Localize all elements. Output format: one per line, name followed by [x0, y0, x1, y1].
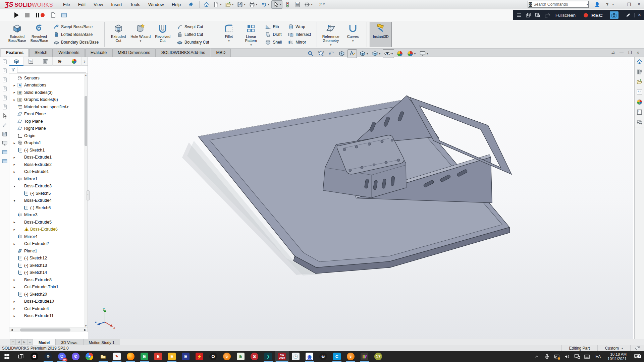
hscroll-right-arrow[interactable]: ▶ — [83, 328, 88, 331]
tab-configuration-manager[interactable] — [38, 57, 53, 66]
tab-feature-tree[interactable] — [9, 57, 24, 66]
filmora-app[interactable]: ❯ — [261, 351, 275, 362]
clock[interactable]: 10:18 AM 10/11/2021 — [605, 352, 629, 361]
tab-features[interactable]: Features — [1, 49, 29, 57]
forum-tab[interactable] — [635, 117, 644, 127]
annotate-pencil-icon[interactable] — [626, 12, 631, 18]
tree-item--sketch13[interactable]: (-) Sketch13 — [9, 262, 84, 269]
menu-tools[interactable]: Tools — [126, 0, 144, 9]
recorder-menu-icon[interactable] — [516, 12, 522, 18]
print-button-dropdown-icon[interactable]: ▾ — [256, 3, 258, 6]
tree-item-boss-extrude6[interactable]: ▸Boss-Extrude6 — [9, 226, 84, 233]
open-button-dropdown-icon[interactable]: ▾ — [232, 3, 234, 6]
search-dropdown-icon[interactable]: ▾ — [585, 3, 589, 6]
expand-arrow[interactable]: ▾ — [12, 184, 17, 188]
tree-item-boss-extrude5[interactable]: ▸Boss-Extrude5 — [9, 219, 84, 226]
tree-item-mirror3[interactable]: Mirror3 — [9, 212, 84, 219]
section-view-button[interactable] — [337, 49, 346, 58]
expand-arrow[interactable]: ▸ — [12, 156, 17, 159]
next-tab-button[interactable]: ▶ — [21, 339, 27, 345]
opera-app[interactable]: O — [206, 351, 220, 362]
mirror-button[interactable]: Mirror — [286, 39, 313, 46]
app-navy[interactable]: E — [179, 351, 193, 362]
tab-display-manager[interactable] — [67, 57, 82, 66]
tab-dimxpert-manager[interactable]: ⊕ — [53, 57, 67, 66]
hide-show-items-button[interactable]: ▾ — [383, 49, 394, 58]
last-tab-button[interactable]: ⏭ — [27, 339, 33, 345]
boundary-cut-button[interactable]: Boundary Cut — [175, 39, 211, 46]
recorder-app[interactable] — [28, 351, 41, 362]
tree-item--sketch6[interactable]: (-) Sketch6 — [9, 204, 84, 212]
tree-vscroll-thumb[interactable] — [85, 96, 87, 146]
strip-clipboard-icon-1[interactable] — [0, 66, 9, 75]
expand-arrow[interactable]: ▸ — [12, 242, 17, 246]
swept-boss-base-button[interactable]: Swept Boss/Base — [52, 23, 100, 31]
expand-arrow[interactable]: ▾ — [12, 199, 17, 202]
restore-button[interactable]: ❐ — [624, 0, 634, 8]
pin-menu-icon[interactable] — [188, 2, 194, 7]
options-button[interactable]: ▾ — [303, 0, 314, 9]
strip-pencil-icon-7[interactable] — [0, 120, 9, 129]
fillet-button[interactable]: Fillet▾ — [218, 22, 240, 47]
search-input[interactable] — [533, 2, 585, 7]
lightning-app[interactable]: ⚡ — [193, 351, 206, 362]
doc-minimize-icon[interactable]: — — [620, 50, 624, 55]
touch-keyboard-icon[interactable] — [583, 351, 591, 362]
first-tab-button[interactable]: ⏮ — [10, 339, 16, 345]
scheduler-app[interactable]: 🕒 — [289, 351, 303, 362]
tree-item-boss-extrude4[interactable]: ▾Boss-Extrude4 — [9, 197, 84, 204]
tree-item-boss-extrude2[interactable]: ▸Boss-Extrude2 — [9, 161, 84, 168]
apply-scene-button[interactable]: ▾ — [406, 49, 417, 58]
prev-tab-button[interactable]: ◀ — [16, 339, 21, 345]
strip-winblue-icon-11[interactable] — [0, 157, 9, 166]
new-document-button[interactable]: ▾ — [212, 0, 223, 9]
view-orientation-button[interactable]: ▾ — [358, 49, 369, 58]
expand-arrow[interactable]: ▸ — [12, 90, 17, 94]
trocen-app[interactable]: ◉trocen — [303, 351, 316, 362]
tree-vertical-scrollbar[interactable]: ▲▼ — [84, 74, 88, 327]
menu-edit[interactable]: Edit — [74, 0, 90, 9]
new-document-button-dropdown-icon[interactable]: ▾ — [220, 3, 222, 6]
network-icon[interactable] — [573, 351, 581, 362]
file-explorer-tab[interactable] — [635, 77, 644, 87]
stop-button[interactable] — [23, 11, 31, 19]
undo-button[interactable]: ▾ — [259, 0, 271, 9]
view-settings-button[interactable]: ▾ — [418, 49, 429, 58]
undock-icon[interactable]: ⇄ — [611, 50, 615, 55]
strip-cursor-icon-6[interactable] — [0, 111, 9, 120]
tree-item-cut-extrude2[interactable]: ▸Cut-Extrude2 — [9, 240, 84, 248]
tab-evaluate[interactable]: Evaluate — [85, 49, 112, 57]
extruded-boss-base-button[interactable]: Extruded Boss/Base — [6, 22, 28, 47]
instant3d-button[interactable]: Instant3D — [370, 22, 392, 47]
wrap-button[interactable]: Wrap — [286, 23, 313, 31]
microphone-icon[interactable] — [542, 351, 551, 362]
tree-item-cut-extrude-thin1[interactable]: ▸Cut-Extrude-Thin1 — [9, 284, 84, 291]
tree-item--sketch12[interactable]: (-) Sketch12 — [9, 255, 84, 262]
photo-editor-app[interactable]: ✎ — [110, 351, 124, 362]
graphics-viewport[interactable]: y x z — [88, 57, 633, 339]
home-button[interactable] — [202, 0, 211, 9]
tab-sketch[interactable]: Sketch — [29, 49, 53, 57]
menu-help[interactable]: Help — [168, 0, 185, 9]
save-button-dropdown-icon[interactable]: ▾ — [244, 3, 246, 6]
zoom-to-fit-button[interactable] — [306, 49, 315, 58]
reference-geometry-button[interactable]: Reference Geometry▾ — [320, 22, 342, 47]
draft-button[interactable]: Draft — [263, 31, 283, 38]
game-app[interactable]: 17 — [371, 351, 385, 362]
view-orientation-button-dropdown[interactable]: ▾ — [367, 52, 368, 55]
edit-appearance-button[interactable] — [395, 49, 405, 58]
blender2-app[interactable]: ◕ — [344, 351, 358, 362]
expand-arrow[interactable]: ▸ — [12, 300, 17, 303]
doc-close-icon[interactable]: × — [637, 50, 639, 55]
tree-filter-input[interactable] — [17, 67, 86, 73]
shell-button[interactable]: Shell — [263, 39, 283, 46]
steam-app[interactable]: ⚙ — [41, 351, 55, 362]
tree-horizontal-scrollbar[interactable]: ◀ ▶ — [9, 327, 88, 332]
tree-item-boss-extrude11[interactable]: ▸Boss-Extrude11 — [9, 312, 84, 320]
lofted-boss-base-button[interactable]: Lofted Boss/Base — [52, 31, 100, 38]
tree-item-plane1[interactable]: Plane1 — [9, 247, 84, 255]
tree-hscroll-thumb[interactable] — [20, 328, 70, 331]
task-view-button[interactable] — [14, 351, 28, 362]
menu-file[interactable]: File — [59, 0, 74, 9]
tree-item-boss-extrude1[interactable]: ▸Boss-Extrude1 — [9, 154, 84, 161]
